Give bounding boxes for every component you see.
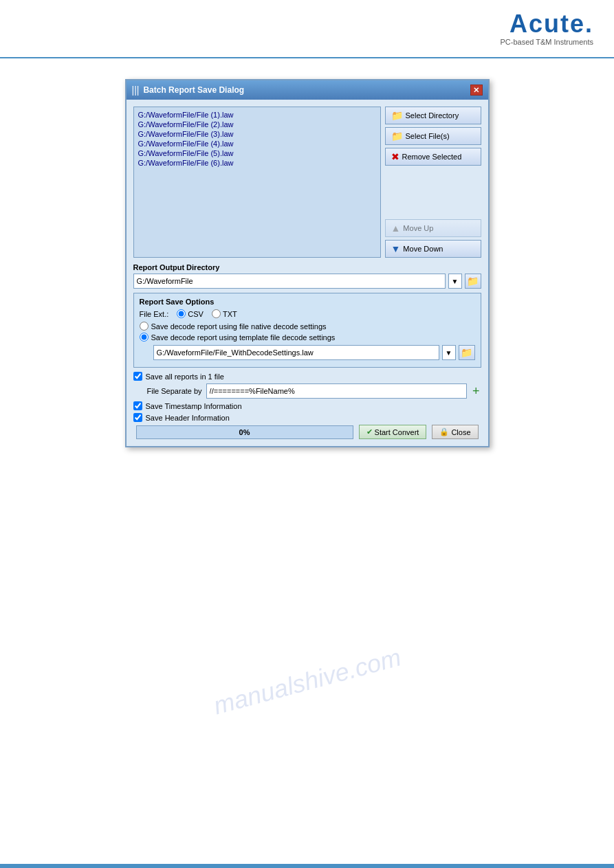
title-bar: ||| Batch Report Save Dialog ✕	[127, 80, 488, 100]
select-files-button[interactable]: 📁 Select File(s)	[385, 127, 481, 145]
remove-selected-button[interactable]: ✖ Remove Selected	[385, 148, 481, 166]
txt-radio-item[interactable]: TXT	[212, 309, 237, 318]
progress-section: 0% ✔ Start Convert 🔒 Close	[133, 425, 481, 439]
save-timestamp-checkbox[interactable]	[133, 401, 142, 410]
select-directory-button[interactable]: 📁 Select Directory	[385, 107, 481, 124]
txt-radio[interactable]	[212, 309, 221, 318]
output-dir-row: ▼ 📁	[133, 274, 481, 289]
save-all-checkbox[interactable]	[133, 372, 142, 381]
file-list-section: G:/WaveformFile/File (1).lawG:/WaveformF…	[133, 107, 481, 258]
move-up-button[interactable]: ▲ Move Up	[385, 219, 481, 237]
close-footer-icon: 🔒	[439, 427, 449, 436]
csv-radio[interactable]	[177, 309, 186, 318]
separator-row: File Separate by +	[147, 383, 481, 399]
add-separator-button[interactable]: +	[471, 384, 481, 399]
dialog-body: G:/WaveformFile/File (1).lawG:/WaveformF…	[127, 100, 488, 446]
template-path-input[interactable]	[153, 345, 439, 360]
file-ext-row: File Ext.: CSV TXT	[140, 309, 475, 318]
save-timestamp-checkbox-row[interactable]: Save Timestamp Information	[133, 401, 481, 410]
report-save-options-box: Report Save Options File Ext.: CSV TXT	[133, 293, 481, 368]
output-dir-dropdown[interactable]: ▼	[448, 274, 462, 289]
progress-bar-container: 0%	[136, 425, 353, 439]
bottom-bar	[0, 864, 614, 868]
template-row: ▼ 📁	[153, 345, 475, 360]
separator-input[interactable]	[206, 383, 467, 399]
move-down-button[interactable]: ▼ Move Down	[385, 240, 481, 258]
close-dialog-button[interactable]: ✕	[470, 85, 483, 96]
brand-subtitle: PC-based T&M Instruments	[500, 38, 593, 46]
decode-option2-radio[interactable]	[140, 333, 149, 342]
template-dropdown[interactable]: ▼	[442, 345, 456, 360]
list-item[interactable]: G:/WaveformFile/File (4).law	[137, 139, 377, 148]
dialog-wrapper: ||| Batch Report Save Dialog ✕ G:/Wavefo…	[21, 72, 593, 447]
logo-area: Acute. PC-based T&M Instruments	[500, 12, 593, 46]
footer-buttons: ✔ Start Convert 🔒 Close	[359, 425, 479, 439]
move-down-icon: ▼	[391, 243, 401, 254]
output-dir-label: Report Output Directory	[133, 263, 481, 271]
file-ext-radio-group: CSV TXT	[177, 309, 237, 318]
decode-option2-label[interactable]: Save decode report using template file d…	[140, 333, 475, 342]
top-bar: Acute. PC-based T&M Instruments	[0, 0, 614, 58]
batch-dialog: ||| Batch Report Save Dialog ✕ G:/Wavefo…	[125, 79, 490, 447]
save-header-checkbox-row[interactable]: Save Header Information	[133, 413, 481, 422]
folder-icon: 📁	[391, 110, 403, 121]
decode-option1-radio[interactable]	[140, 322, 149, 331]
separator-label: File Separate by	[147, 387, 202, 395]
move-up-icon: ▲	[391, 223, 401, 234]
watermark: manualshive.com	[210, 643, 404, 720]
folder-files-icon: 📁	[391, 131, 403, 142]
csv-radio-item[interactable]: CSV	[177, 309, 204, 318]
checkmark-icon: ✔	[366, 427, 373, 436]
list-item[interactable]: G:/WaveformFile/File (1).law	[137, 110, 377, 120]
remove-icon: ✖	[391, 151, 399, 162]
save-all-checkbox-row[interactable]: Save all reports in 1 file	[133, 372, 481, 381]
save-header-checkbox[interactable]	[133, 413, 142, 422]
progress-text: 0%	[239, 428, 250, 436]
output-dir-input[interactable]	[133, 274, 446, 289]
close-button[interactable]: 🔒 Close	[432, 425, 478, 439]
list-item[interactable]: G:/WaveformFile/File (3).law	[137, 129, 377, 139]
start-convert-button[interactable]: ✔ Start Convert	[359, 425, 427, 439]
file-ext-label: File Ext.:	[140, 310, 169, 318]
list-item[interactable]: G:/WaveformFile/File (2).law	[137, 120, 377, 129]
decode-option1-label[interactable]: Save decode report using file native dec…	[140, 322, 475, 331]
dialog-title: Batch Report Save Dialog	[143, 85, 244, 95]
brand-logo: Acute.	[509, 12, 593, 36]
list-item[interactable]: G:/WaveformFile/File (5).law	[137, 148, 377, 158]
decode-options: Save decode report using file native dec…	[140, 322, 475, 342]
file-list-box[interactable]: G:/WaveformFile/File (1).lawG:/WaveformF…	[133, 107, 381, 258]
dialog-icon: |||	[132, 85, 140, 96]
template-browse-button[interactable]: 📁	[459, 345, 475, 360]
page-content: ||| Batch Report Save Dialog ✕ G:/Wavefo…	[0, 58, 614, 461]
output-dir-browse-button[interactable]: 📁	[465, 274, 481, 289]
list-item[interactable]: G:/WaveformFile/File (6).law	[137, 158, 377, 168]
options-title: Report Save Options	[140, 298, 475, 306]
file-actions: 📁 Select Directory 📁 Select File(s) ✖ Re…	[385, 107, 481, 258]
